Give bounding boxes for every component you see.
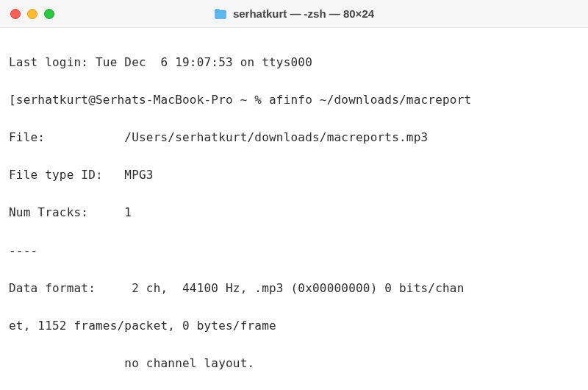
window-titlebar: serhatkurt — -zsh — 80×24 (0, 0, 588, 28)
close-button[interactable] (10, 9, 21, 19)
terminal-line: File type ID: MPG3 (9, 166, 581, 185)
minimize-button[interactable] (27, 9, 37, 19)
terminal-content[interactable]: Last login: Tue Dec 6 19:07:53 on ttys00… (0, 28, 588, 390)
prompt: [serhatkurt@Serhats-MacBook-Pro ~ % (9, 93, 269, 107)
terminal-line: no channel layout. (9, 354, 581, 373)
zoom-button[interactable] (44, 9, 54, 19)
terminal-line: File: /Users/serhatkurt/downloads/macrep… (9, 128, 581, 147)
terminal-line: et, 1152 frames/packet, 0 bytes/frame (9, 316, 581, 336)
terminal-line: Last login: Tue Dec 6 19:07:53 on ttys00… (9, 53, 581, 72)
terminal-line: Data format: 2 ch, 44100 Hz, .mp3 (0x000… (9, 279, 581, 298)
command-text: afinfo ~/downloads/macreport (269, 93, 471, 107)
terminal-line: ---- (9, 241, 581, 260)
terminal-line: [serhatkurt@Serhats-MacBook-Pro ~ % afin… (9, 91, 581, 110)
terminal-line: Num Tracks: 1 (9, 203, 581, 222)
folder-icon (214, 9, 227, 19)
traffic-lights (0, 9, 54, 19)
window-title: serhatkurt — -zsh — 80×24 (233, 7, 374, 20)
